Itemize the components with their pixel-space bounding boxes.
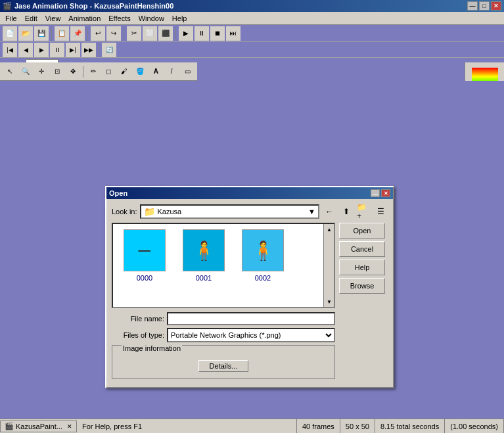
dialog-close-button[interactable]: ✕ xyxy=(381,189,390,197)
file-item-0000[interactable]: — 0000 xyxy=(118,229,171,282)
scroll-down-button[interactable]: ▼ xyxy=(324,296,334,307)
prev-frame-button[interactable]: ◀ xyxy=(18,43,33,57)
dialog-actions: Open Cancel Help Browse xyxy=(339,223,388,382)
separator-6 xyxy=(83,66,83,78)
nav-view-button[interactable]: ☰ xyxy=(373,204,388,219)
menu-file[interactable]: File xyxy=(1,13,21,24)
brush-tool[interactable]: 🖌 xyxy=(117,64,131,79)
maximize-button[interactable]: □ xyxy=(479,1,490,11)
cut-button[interactable]: ✂ xyxy=(127,26,141,41)
crosshair-tool[interactable]: ✛ xyxy=(34,64,49,79)
file-name-0001: 0001 xyxy=(196,274,212,282)
toolbar-btn-10[interactable]: ⏭ xyxy=(226,26,241,41)
image-info-legend: Image information xyxy=(122,344,182,352)
close-button[interactable]: ✕ xyxy=(491,1,501,11)
lookin-select[interactable]: 📁 Kazusa ▼ xyxy=(140,204,319,219)
toolbar-btn-5[interactable]: ⬜ xyxy=(143,26,157,41)
toolbar-btn-9[interactable]: ⏹ xyxy=(210,26,225,41)
crop-tool[interactable]: ⊡ xyxy=(50,64,64,79)
file-item-0002[interactable]: 🧍 0002 xyxy=(237,229,289,282)
text-tool[interactable]: A xyxy=(149,64,163,79)
first-frame-button[interactable]: |◀ xyxy=(3,43,17,57)
separator-3 xyxy=(124,28,124,39)
last-frame-button[interactable]: ▶▶ xyxy=(81,43,96,57)
menu-window[interactable]: Window xyxy=(135,13,168,24)
title-bar: 🎬 Jase Animation Shop - KazusaPaintHensh… xyxy=(0,0,504,12)
char-icon-0001: 🧍 xyxy=(193,240,216,262)
taskbar-item[interactable]: 🎬 KazusaPaint... ✕ xyxy=(0,421,77,432)
lookin-value: Kazusa xyxy=(158,208,182,216)
cancel-button[interactable]: Cancel xyxy=(339,241,385,257)
menu-bar: File Edit View Animation Effects Window … xyxy=(0,12,504,25)
browse-button[interactable]: Browse xyxy=(339,278,385,294)
details-button[interactable]: Details... xyxy=(198,360,249,372)
filetype-label: Files of type: xyxy=(112,331,164,339)
minimize-button[interactable]: — xyxy=(467,1,478,11)
menu-effects[interactable]: Effects xyxy=(104,13,134,24)
zoom-tool[interactable]: 🔍 xyxy=(18,64,33,79)
separator-2 xyxy=(87,28,88,39)
dialog-left: — 0000 🧍 0001 xyxy=(112,223,335,382)
select-tool[interactable]: ↖ xyxy=(3,64,17,79)
paste-button[interactable]: 📌 xyxy=(70,26,85,41)
status-size: 50 x 50 xyxy=(340,419,375,433)
undo-button[interactable]: ↩ xyxy=(91,26,105,41)
status-per-frame: (1.00 seconds) xyxy=(445,419,504,433)
play-button[interactable]: ▶ xyxy=(34,43,49,57)
dialog-title-text: Open xyxy=(109,189,127,197)
open-file-button[interactable]: Open xyxy=(339,223,385,239)
filetype-row: Files of type: Portable Network Graphics… xyxy=(112,328,335,342)
scroll-up-button[interactable]: ▲ xyxy=(324,224,334,235)
nav-back-button[interactable]: ← xyxy=(322,204,336,219)
title-bar-controls: — □ ✕ xyxy=(467,1,501,11)
move-tool[interactable]: ✥ xyxy=(66,64,80,79)
new-button[interactable]: 📄 xyxy=(3,26,17,41)
file-browser[interactable]: — 0000 🧍 0001 xyxy=(112,223,335,308)
menu-view[interactable]: View xyxy=(41,13,65,24)
help-button[interactable]: Help xyxy=(339,260,385,275)
taskbar-close-icon[interactable]: ✕ xyxy=(67,423,72,430)
filename-input[interactable] xyxy=(167,312,335,325)
open-dialog: Open — ✕ Look in: 📁 Kazusa ▼ ← ⬆ 📁+ ☰ xyxy=(105,186,394,388)
filetype-select[interactable]: Portable Network Graphics (*.png) All Fi… xyxy=(167,328,335,342)
nav-new-folder-button[interactable]: 📁+ xyxy=(356,204,371,219)
separator-5 xyxy=(99,44,99,56)
image-info-box: Image information Details... xyxy=(112,345,335,379)
separator-4 xyxy=(175,28,176,39)
dialog-inner: — 0000 🧍 0001 xyxy=(112,223,388,382)
copy-button[interactable]: 📋 xyxy=(55,26,69,41)
toolbar-row-2: |◀ ◀ ▶ ⏸ ▶| ▶▶ 🔄 xyxy=(0,42,504,58)
menu-help[interactable]: Help xyxy=(168,13,191,24)
line-tool[interactable]: / xyxy=(164,64,179,79)
save-button[interactable]: 💾 xyxy=(34,26,49,41)
lookin-label: Look in: xyxy=(112,208,137,216)
fill-tool[interactable]: 🪣 xyxy=(133,64,147,79)
menu-animation[interactable]: Animation xyxy=(64,13,104,24)
dialog-title-bar: Open — ✕ xyxy=(106,187,393,199)
eraser-tool[interactable]: ◻ xyxy=(102,64,116,79)
pause-button[interactable]: ⏸ xyxy=(50,43,64,57)
file-name-0000: 0000 xyxy=(137,274,152,282)
title-bar-text: 🎬 Jase Animation Shop - KazusaPaintHensh… xyxy=(3,2,173,11)
status-help: For Help, press F1 xyxy=(77,419,297,433)
thumb-line-icon: — xyxy=(139,244,151,258)
open-button[interactable]: 📂 xyxy=(18,26,33,41)
nav-up-button[interactable]: ⬆ xyxy=(339,204,354,219)
file-browser-scrollbar[interactable]: ▲ ▼ xyxy=(323,224,334,307)
status-bar: 🎬 KazusaPaint... ✕ For Help, press F1 40… xyxy=(0,419,504,433)
toolbar-btn-6[interactable]: ⬛ xyxy=(158,26,173,41)
next-frame-button[interactable]: ▶| xyxy=(66,43,80,57)
file-item-0001[interactable]: 🧍 0001 xyxy=(177,229,230,282)
filename-label: File name: xyxy=(112,315,164,323)
menu-edit[interactable]: Edit xyxy=(21,13,41,24)
dialog-minimize-button[interactable]: — xyxy=(371,189,380,197)
toolbar-btn-7[interactable]: ▶ xyxy=(179,26,193,41)
window-title: Jase Animation Shop - KazusaPaintHenshin… xyxy=(14,2,173,10)
redo-button[interactable]: ↪ xyxy=(106,26,121,41)
pencil-tool[interactable]: ✏ xyxy=(86,64,101,79)
tools-bar: ↖ 🔍 ✛ ⊡ ✥ ✏ ◻ 🖌 🪣 A / ▭ xyxy=(0,62,197,81)
app-icon: 🎬 xyxy=(3,2,12,11)
toolbar-btn-8[interactable]: ⏸ xyxy=(195,26,209,41)
loop-button[interactable]: 🔄 xyxy=(102,43,116,57)
rect-tool[interactable]: ▭ xyxy=(180,64,195,79)
